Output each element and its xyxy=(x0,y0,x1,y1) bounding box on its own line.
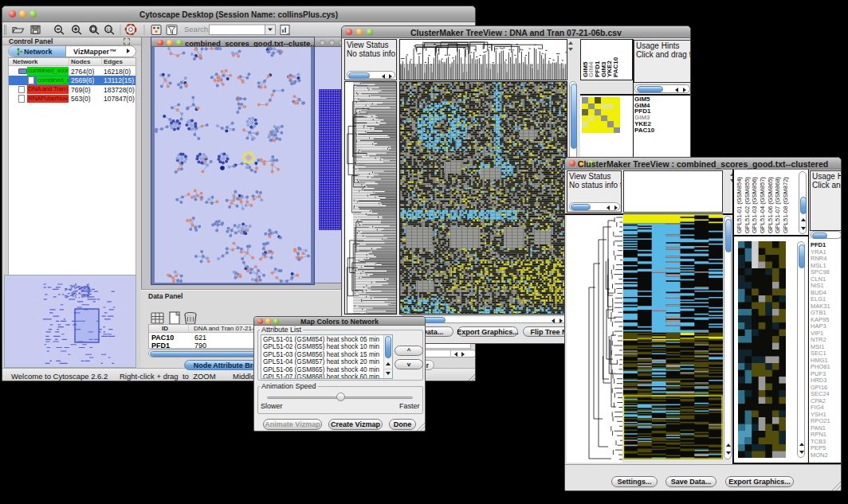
svg-text:1:1: 1:1 xyxy=(107,28,112,32)
svg-text:Search:: Search: xyxy=(184,25,210,33)
